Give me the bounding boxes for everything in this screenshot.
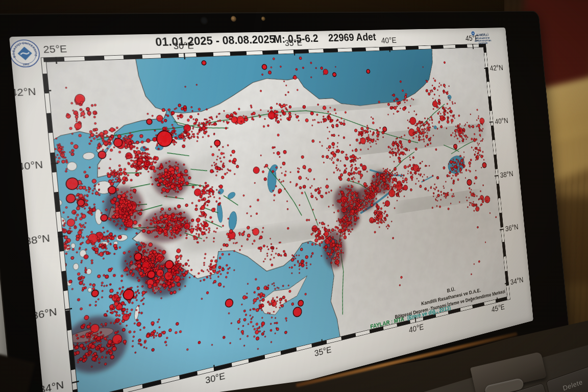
earthquake-map: 25°E30°E35°E40°E45°E30°E35°E40°E45°E42°N…	[9, 28, 533, 392]
laptop: 25°E30°E35°E40°E45°E30°E35°E40°E45°E42°N…	[9, 28, 533, 392]
kandilli-logo-line4: ENSTİTÜSÜ	[479, 42, 488, 45]
webcam-lens-icon	[201, 17, 208, 24]
kandilli-logo-line1: KANDİLLİ	[476, 33, 488, 37]
map-canvas: 25°E30°E35°E40°E45°E30°E35°E40°E45°E42°N…	[9, 33, 526, 392]
axis-label: 38°N	[500, 169, 513, 180]
axis-label: 40°N	[495, 116, 508, 126]
axis-label: 45°E	[491, 302, 505, 314]
bogazici-logo: BOĞAZİÇİ ÜNİVERSİTESİ 1863	[9, 40, 40, 67]
map-title-date: 01.01.2025 - 08.08.2025	[155, 33, 276, 49]
axis-label: 42°N	[489, 63, 503, 72]
photo-scene: 25°E30°E35°E40°E45°E30°E35°E40°E45°E42°N…	[0, 0, 588, 392]
laptop-screen: 25°E30°E35°E40°E45°E30°E35°E40°E45°E42°N…	[9, 28, 533, 392]
axis-label: 36°N	[505, 222, 519, 233]
webcam-led-icon	[231, 16, 237, 21]
map-title-magnitude: M: 0.5-6.2	[273, 32, 318, 45]
axis-label: 34°N	[38, 379, 64, 392]
axis-label: 25°E	[43, 43, 68, 55]
axis-label: 34°N	[510, 275, 524, 287]
kandilli-logo-line3: DEPREM ARAŞTIRMA	[474, 39, 492, 42]
map-clipped-layers	[34, 36, 509, 392]
map-title-count: 22969 Adet	[328, 31, 376, 44]
bogazici-logo-year: 1863	[22, 63, 29, 66]
axis-label: 40°E	[381, 35, 397, 45]
webcam-mic-icon	[261, 17, 265, 21]
kandilli-logo-line2: RASATHANESİ VE	[476, 37, 490, 39]
